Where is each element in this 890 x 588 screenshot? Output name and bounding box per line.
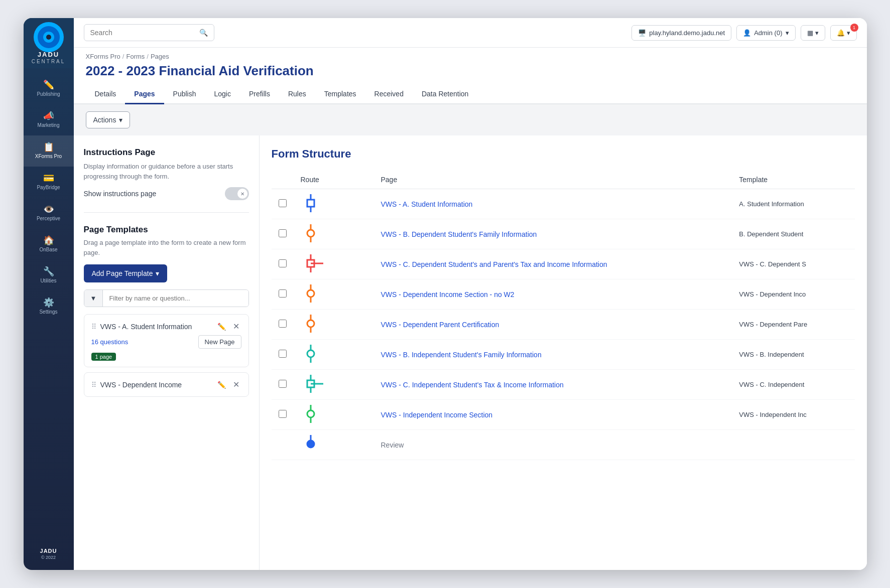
page-link[interactable]: VWS - B. Independent Student's Family In…: [381, 351, 542, 359]
sidebar-item-onbase[interactable]: 🏠 OnBase: [24, 229, 74, 260]
sidebar-item-paybridge[interactable]: 💳 PayBridge: [24, 167, 74, 198]
actions-label: Actions: [93, 116, 116, 124]
sidebar-item-publishing[interactable]: ✏️ Publishing: [24, 73, 74, 104]
route-indicator: [301, 194, 356, 212]
template-questions-link[interactable]: 16 questions: [91, 338, 129, 346]
notifications-button[interactable]: 🔔 1 ▾: [830, 25, 857, 41]
sidebar-logo: JADUCENTRAL: [24, 18, 74, 68]
marketing-icon: 📣: [43, 111, 54, 120]
toggle-row: Show instructions page ✕: [84, 187, 249, 200]
template-edit-button[interactable]: ✏️: [215, 322, 228, 332]
col-checkbox: [272, 171, 294, 189]
chevron-down-icon: ▾: [815, 29, 819, 37]
filter-icon-button[interactable]: ▼: [84, 290, 103, 307]
page-title: 2022 - 2023 Financial Aid Verification: [86, 63, 855, 79]
table-row: VWS - C. Independent Student's Tax & Inc…: [272, 370, 855, 400]
template-name-cell: B. Dependent Student: [732, 219, 854, 249]
sidebar-item-utilities[interactable]: 🔧 Utilities: [24, 260, 74, 291]
drag-handle-icon[interactable]: ⠿: [91, 323, 96, 331]
tab-publish[interactable]: Publish: [164, 85, 205, 104]
sidebar-item-label: OnBase: [39, 247, 57, 253]
page-templates-desc: Drag a page template into the form to cr…: [84, 238, 249, 257]
tab-logic[interactable]: Logic: [205, 85, 239, 104]
sidebar-nav: ✏️ Publishing 📣 Marketing 📋 XForms Pro 💳…: [24, 68, 74, 540]
template-name-cell: A. Student Information: [732, 189, 854, 219]
search-input[interactable]: [90, 29, 195, 37]
review-template-cell: [732, 430, 854, 460]
sidebar-item-perceptive[interactable]: 👁️ Perceptive: [24, 198, 74, 229]
filter-row: ▼: [84, 289, 249, 307]
domain-text: play.hyland.demo.jadu.net: [649, 29, 725, 37]
page-link[interactable]: VWS - C. Dependent Student's and Parent'…: [381, 260, 607, 268]
page-link[interactable]: VWS - Independent Income Section: [381, 411, 493, 419]
review-label: Review: [374, 430, 732, 460]
row-checkbox[interactable]: [279, 289, 287, 298]
content-area: Instructions Page Display information or…: [74, 135, 867, 570]
template-delete-button[interactable]: ✕: [231, 321, 241, 332]
row-checkbox[interactable]: [279, 259, 287, 267]
row-checkbox[interactable]: [279, 380, 287, 388]
notification-badge: 1: [850, 24, 858, 32]
instructions-desc: Display information or guidance before a…: [84, 162, 249, 181]
template-name: VWS - Dependent Income: [100, 381, 215, 389]
publishing-icon: ✏️: [43, 80, 54, 89]
tab-rules[interactable]: Rules: [279, 85, 315, 104]
search-box[interactable]: 🔍: [84, 24, 214, 41]
footer-brand: JADU: [40, 548, 57, 554]
grid-menu-button[interactable]: ▦ ▾: [801, 25, 825, 41]
template-card: ⠿ VWS - A. Student Information ✏️ ✕ 16 q…: [84, 314, 249, 367]
sidebar-item-xforms[interactable]: 📋 XForms Pro: [24, 135, 74, 167]
page-link[interactable]: VWS - Dependent Income Section - no W2: [381, 290, 515, 299]
bell-icon: 🔔: [837, 29, 845, 37]
sidebar-item-label: Marketing: [38, 122, 60, 128]
row-checkbox[interactable]: [279, 229, 287, 237]
svg-rect-1: [307, 200, 314, 207]
sidebar-item-settings[interactable]: ⚙️ Settings: [24, 291, 74, 322]
page-link[interactable]: VWS - Dependent Parent Certification: [381, 321, 499, 329]
row-checkbox[interactable]: [279, 199, 287, 207]
sidebar: JADUCENTRAL ✏️ Publishing 📣 Marketing 📋 …: [24, 18, 74, 570]
filter-input[interactable]: [103, 290, 248, 307]
row-checkbox[interactable]: [279, 410, 287, 418]
user-menu[interactable]: 👤 Admin (0) ▾: [736, 25, 795, 41]
table-row: VWS - A. Student InformationA. Student I…: [272, 189, 855, 219]
actions-button[interactable]: Actions ▾: [86, 111, 131, 128]
svg-point-10: [307, 320, 314, 327]
page-link[interactable]: VWS - B. Dependent Student's Family Info…: [381, 230, 537, 238]
template-name: VWS - A. Student Information: [100, 323, 215, 331]
svg-point-17: [307, 410, 314, 417]
breadcrumb-xforms[interactable]: XForms Pro: [86, 53, 120, 60]
tab-received[interactable]: Received: [365, 85, 413, 104]
route-indicator: [301, 375, 356, 393]
instructions-toggle[interactable]: ✕: [225, 187, 249, 200]
col-template: Template: [732, 171, 854, 189]
settings-icon: ⚙️: [43, 298, 54, 307]
table-row: VWS - C. Dependent Student's and Parent'…: [272, 249, 855, 279]
add-page-template-button[interactable]: Add Page Template ▾: [84, 264, 168, 282]
brand-label: JADUCENTRAL: [32, 51, 66, 64]
search-icon: 🔍: [199, 29, 208, 37]
template-delete-button[interactable]: ✕: [231, 379, 241, 390]
page-link[interactable]: VWS - A. Student Information: [381, 200, 473, 208]
template-card: ⠿ VWS - Dependent Income ✏️ ✕: [84, 372, 249, 397]
template-name-cell: VWS - Dependent Inco: [732, 279, 854, 310]
breadcrumb-forms[interactable]: Forms: [126, 53, 145, 60]
tab-templates[interactable]: Templates: [315, 85, 365, 104]
sidebar-item-marketing[interactable]: 📣 Marketing: [24, 104, 74, 135]
drag-handle-icon[interactable]: ⠿: [91, 381, 96, 389]
tab-details[interactable]: Details: [86, 85, 125, 104]
tab-prefills[interactable]: Prefills: [240, 85, 279, 104]
tab-data-retention[interactable]: Data Retention: [413, 85, 477, 104]
svg-point-3: [307, 230, 314, 237]
page-link[interactable]: VWS - C. Independent Student's Tax & Inc…: [381, 381, 564, 389]
row-checkbox[interactable]: [279, 350, 287, 358]
sidebar-footer: JADU © 2022: [40, 540, 57, 570]
onbase-icon: 🏠: [43, 236, 54, 245]
template-name-cell: VWS - Independent Inc: [732, 400, 854, 430]
new-page-button[interactable]: New Page: [198, 335, 241, 349]
template-edit-button[interactable]: ✏️: [215, 380, 228, 390]
route-indicator: [301, 405, 356, 423]
tab-pages[interactable]: Pages: [125, 85, 164, 104]
row-checkbox[interactable]: [279, 320, 287, 328]
review-row: Review: [272, 430, 855, 460]
